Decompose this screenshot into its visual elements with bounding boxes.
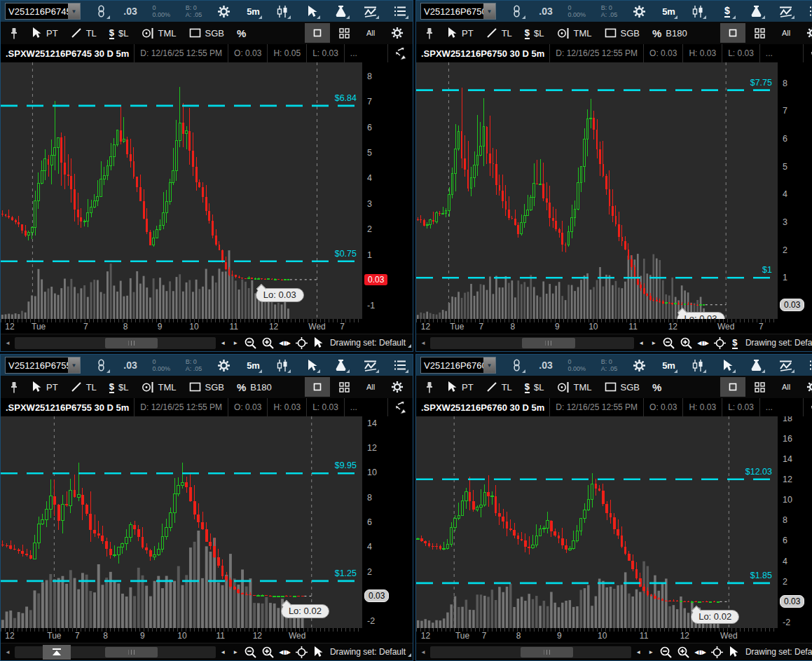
zoom-in-button[interactable] [678,336,694,350]
drawing-set-label[interactable]: Drawing set: Default [326,647,411,657]
price-level-label[interactable]: $1.25 [335,568,357,578]
pointer-tool-button[interactable]: PT [25,377,64,397]
fit-width-button[interactable]: ◀▮▶ [277,336,292,350]
status-tool-button[interactable]: $ [311,645,325,659]
chart-menu-button[interactable] [807,2,812,20]
price-level-tool-button[interactable]: $ $L [518,23,551,43]
time-axis[interactable]: 12Tue789101112Wed7 [416,319,812,334]
scroll-left-button[interactable]: ◄ [418,336,429,350]
toolbar-settings-button[interactable] [385,23,410,43]
link-chart-button[interactable] [509,2,525,20]
time-scrollbar[interactable] [430,646,631,658]
step-left-button[interactable]: ◄ [217,336,228,350]
pointer-tool-button[interactable]: PT [440,377,480,397]
active-tool-button[interactable]: $ [719,356,736,374]
symbol-input[interactable]: V251216P6760 ▼ [420,357,496,374]
symbol-dropdown-button[interactable]: ▼ [68,357,80,373]
chart-area[interactable]: $12.03$1.8518161412108642-20.03Lo: 0.02 [416,416,812,628]
chart-style-button[interactable] [689,2,706,20]
drawing-set-label[interactable]: Drawing set: Default [742,647,812,657]
time-scrollbar[interactable] [15,337,216,349]
fit-width-button[interactable]: ◀▮▶ [696,336,710,350]
zoom-out-button[interactable] [242,336,259,350]
pin-toolbar-button[interactable] [4,23,25,43]
price-level-tool-button[interactable]: $ $L [103,377,135,397]
chart-settings-button[interactable] [631,356,648,374]
price-level-label[interactable]: $7.75 [750,78,772,88]
studies-button[interactable] [333,356,350,374]
crosshair-button[interactable] [712,336,728,350]
grid-layout-button[interactable] [747,23,772,43]
symbol-dropdown-button[interactable]: ▼ [483,357,495,373]
chart-settings-button[interactable] [216,2,233,20]
time-axis[interactable]: 12Tue789101112Wed [1,628,413,643]
restore-chart-button[interactable] [387,398,413,416]
patterns-button[interactable] [362,356,379,374]
sgb-tool-button[interactable]: SGB [183,377,230,397]
studies-button[interactable] [748,356,765,374]
scroll-left-button[interactable]: ◄ [2,645,13,659]
time-level-tool-button[interactable]: TML [551,377,598,397]
restore-chart-button[interactable] [387,44,413,62]
active-tool-button[interactable]: $ [303,2,320,20]
status-tool-button[interactable]: $ [729,336,741,350]
step-right-button[interactable]: ► [645,645,656,659]
pin-toolbar-button[interactable] [419,377,440,397]
chart-menu-button[interactable] [392,2,408,20]
scrollbar-thumb[interactable] [105,647,158,657]
step-right-button[interactable]: ► [230,645,241,659]
header-more[interactable]: ... [759,398,778,416]
pointer-tool-button[interactable]: PT [25,23,64,43]
trendline-tool-button[interactable]: TL [480,377,518,397]
symbol-input[interactable]: V251216P6745 ▼ [5,3,81,20]
chart-settings-button[interactable] [631,2,648,20]
price-level-label[interactable]: $6.84 [335,93,357,103]
scrollbar-thumb[interactable] [521,647,573,657]
price-level-label[interactable]: $12.03 [745,467,772,477]
link-chart-button[interactable] [509,356,525,374]
restore-chart-button[interactable] [803,44,812,62]
all-charts-button[interactable]: All [358,377,383,397]
timeframe-button[interactable]: 5m [661,356,677,374]
drawing-set-label[interactable]: Drawing set: Default [326,338,411,348]
chart-area[interactable]: $9.95$1.251412108642-20.03Lo: 0.02 [1,416,413,628]
time-level-tool-button[interactable]: TML [551,23,598,43]
timeframe-button[interactable]: 5m [245,2,262,20]
percent-tool-button[interactable]: % B180 [230,377,278,397]
trendline-tool-button[interactable]: TL [480,23,518,43]
chart-menu-button[interactable] [807,356,812,374]
timeframe-button[interactable]: 5m [245,356,262,374]
zoom-in-button[interactable] [260,645,276,659]
price-level-tool-button[interactable]: $ $L [103,23,135,43]
crosshair-button[interactable] [294,336,310,350]
all-charts-button[interactable]: All [773,377,799,397]
pointer-tool-button[interactable]: PT [440,23,480,43]
percent-tool-button[interactable]: % [646,377,668,397]
status-tool-button[interactable]: $ [311,336,325,350]
timeframe-button[interactable]: 5m [661,2,677,20]
pin-toolbar-button[interactable] [419,23,440,43]
step-left-button[interactable]: ◄ [633,645,644,659]
trendline-tool-button[interactable]: TL [64,23,103,43]
chart-style-button[interactable] [689,356,706,374]
single-chart-layout-button[interactable] [305,23,330,43]
crosshair-button[interactable] [294,645,310,659]
studies-button[interactable] [333,2,350,20]
time-level-tool-button[interactable]: TML [135,23,183,43]
header-more[interactable]: ... [759,44,778,62]
zoom-out-button[interactable] [242,645,259,659]
all-charts-button[interactable]: All [773,23,799,43]
header-more[interactable]: ... [344,398,363,416]
price-level-tool-button[interactable]: $ $L [518,377,551,397]
chart-settings-button[interactable] [216,356,233,374]
toolbar-settings-button[interactable] [385,377,410,397]
active-tool-button[interactable]: $ [719,2,736,20]
chart-menu-button[interactable] [392,356,408,374]
crosshair-button[interactable] [709,645,725,659]
zoom-out-button[interactable] [661,336,677,350]
time-axis[interactable]: 12Tue789101112Wed7 [1,319,413,334]
time-scrollbar[interactable] [430,337,634,349]
symbol-dropdown-button[interactable]: ▼ [483,4,495,19]
sgb-tool-button[interactable]: SGB [598,23,646,43]
active-tool-button[interactable]: $ [303,356,320,374]
